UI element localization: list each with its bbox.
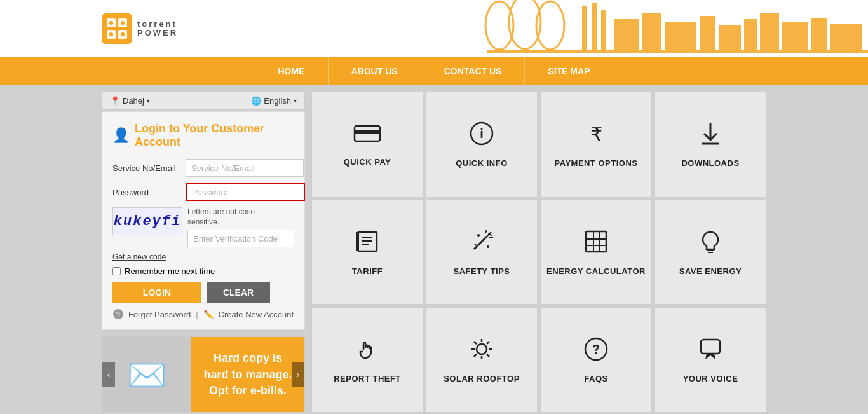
banner-slide-2: Hard copy is hard to manage. Opt for e-b… [191, 337, 304, 412]
svg-text:?: ? [592, 342, 600, 356]
bulb-icon [698, 229, 723, 260]
verify-row: kukeyfi Letters are not case- sensitive. [112, 207, 294, 247]
captcha-hint: Letters are not case- sensitive. [187, 207, 294, 227]
banner-prev-button[interactable]: ‹ [102, 362, 115, 387]
svg-rect-12 [592, 3, 597, 51]
grid-item-report-theft[interactable]: REPORT THEFT [311, 307, 423, 413]
svg-rect-13 [601, 10, 606, 51]
grid-item-downloads[interactable]: DOWNLOADS [654, 92, 766, 197]
rupee-icon: ₹ [583, 121, 609, 152]
nav-contact[interactable]: CONTACT US [421, 57, 526, 85]
svg-rect-21 [782, 22, 808, 51]
hand-icon [355, 336, 380, 368]
svg-rect-11 [582, 6, 587, 51]
svg-rect-19 [744, 19, 757, 51]
remember-checkbox[interactable] [112, 267, 121, 275]
svg-rect-22 [811, 18, 827, 51]
create-account-link[interactable]: Create New Account [219, 310, 294, 319]
new-code-link[interactable]: Get a new code [112, 252, 294, 261]
login-title-text: Login to Your Customer Account [135, 122, 294, 149]
remember-row: Remember me next time [112, 266, 294, 276]
svg-line-57 [474, 342, 477, 344]
speech-icon [698, 336, 723, 368]
svg-point-4 [109, 21, 113, 25]
svg-rect-15 [642, 13, 661, 51]
banner-line1: Hard copy is [214, 352, 282, 364]
svg-text:i: i [480, 127, 484, 141]
location-selector[interactable]: 📍 Dahej ▾ [110, 96, 150, 106]
logo-area: torrent POWER [102, 13, 178, 44]
logo-brand: torrent [137, 20, 178, 29]
svg-rect-20 [760, 13, 779, 51]
language-name: English [264, 96, 291, 106]
question-circle-icon: ? [583, 336, 609, 368]
password-input[interactable] [186, 183, 305, 201]
envelope-icon: ✉️ [127, 357, 166, 394]
grid-item-quick-pay[interactable]: QUICK PAY [311, 92, 423, 197]
grid-item-quick-info[interactable]: i QUICK INFO [426, 92, 538, 197]
grid-item-your-voice[interactable]: YOUR VOICE [654, 307, 766, 413]
svg-point-42 [477, 234, 480, 237]
clear-button[interactable]: CLEAR [207, 282, 270, 303]
nav-home[interactable]: HOME [255, 57, 329, 85]
banner-text: Hard copy is hard to manage. Opt for e-b… [203, 350, 292, 399]
captcha-image: kukeyfi [112, 207, 182, 235]
grid-item-solar-rooftop[interactable]: SOLAR ROOFTOP [426, 307, 538, 413]
info-circle-icon: i [469, 121, 494, 152]
credit-card-icon [353, 122, 381, 151]
location-bar: 📍 Dahej ▾ 🌐 English ▾ [102, 92, 305, 110]
report-theft-label: REPORT THEFT [334, 374, 401, 383]
pencil-icon: ✏️ [203, 310, 214, 319]
forgot-password-link[interactable]: Forgot Password [128, 310, 191, 319]
svg-rect-24 [487, 50, 868, 53]
grid-item-tariff[interactable]: TARIFF [311, 200, 423, 305]
links-row: ? Forgot Password | ✏️ Create New Accoun… [112, 309, 294, 319]
captcha-right: Letters are not case- sensitive. [187, 207, 294, 247]
verify-code-input[interactable] [187, 230, 294, 247]
main-content: 📍 Dahej ▾ 🌐 English ▾ 👤 Login to Your Cu… [0, 85, 868, 414]
quick-info-label: QUICK INFO [456, 158, 508, 168]
question-icon: ? [113, 309, 123, 319]
svg-line-59 [487, 342, 489, 344]
svg-line-37 [474, 237, 487, 249]
svg-point-43 [487, 245, 489, 248]
service-row: Service No/Email [112, 159, 294, 177]
login-button[interactable]: LOGIN [112, 282, 201, 303]
svg-rect-18 [719, 25, 741, 51]
password-label: Password [112, 188, 186, 197]
remember-label: Remember me next time [125, 266, 215, 276]
service-input[interactable] [186, 159, 304, 177]
svg-rect-17 [700, 16, 715, 51]
grid-icon [583, 229, 609, 260]
password-row: Password [112, 183, 294, 201]
banner-line3: Opt for e-bills. [209, 384, 287, 397]
grid-item-safety-tips[interactable]: SAFETY TIPS [426, 200, 538, 305]
grid-item-payment-options[interactable]: ₹ PAYMENT OPTIONS [540, 92, 652, 197]
login-title-row: 👤 Login to Your Customer Account [112, 122, 294, 149]
save-energy-label: SAVE ENERGY [679, 266, 742, 276]
svg-rect-26 [355, 130, 380, 134]
wand-icon [469, 229, 494, 260]
language-selector[interactable]: 🌐 English ▾ [251, 96, 297, 106]
svg-rect-45 [586, 231, 606, 252]
grid-item-energy-calculator[interactable]: ENERGY CALCULATOR [540, 200, 652, 305]
location-pin-icon: 📍 [110, 96, 120, 106]
download-icon [698, 121, 723, 152]
location-dropdown-icon: ▾ [147, 97, 150, 104]
grid-item-save-energy[interactable]: SAVE ENERGY [654, 200, 766, 305]
nav-bar: HOME ABOUT US CONTACT US SITE MAP [0, 57, 868, 85]
banner-line2: hard to manage. [203, 368, 292, 381]
logo-icon [102, 13, 132, 44]
login-box: 👤 Login to Your Customer Account Service… [102, 111, 305, 330]
links-separator: | [196, 310, 198, 319]
globe-icon: 🌐 [251, 96, 261, 106]
banner-next-button[interactable]: › [292, 362, 304, 387]
svg-point-5 [121, 21, 125, 25]
grid-item-faqs[interactable]: ? FAQS [540, 307, 652, 413]
nav-about[interactable]: ABOUT US [329, 57, 421, 85]
svg-line-40 [485, 230, 487, 233]
book-icon [355, 229, 380, 260]
service-label: Service No/Email [112, 163, 186, 173]
nav-sitemap[interactable]: SITE MAP [525, 57, 613, 85]
svg-rect-23 [830, 24, 862, 51]
